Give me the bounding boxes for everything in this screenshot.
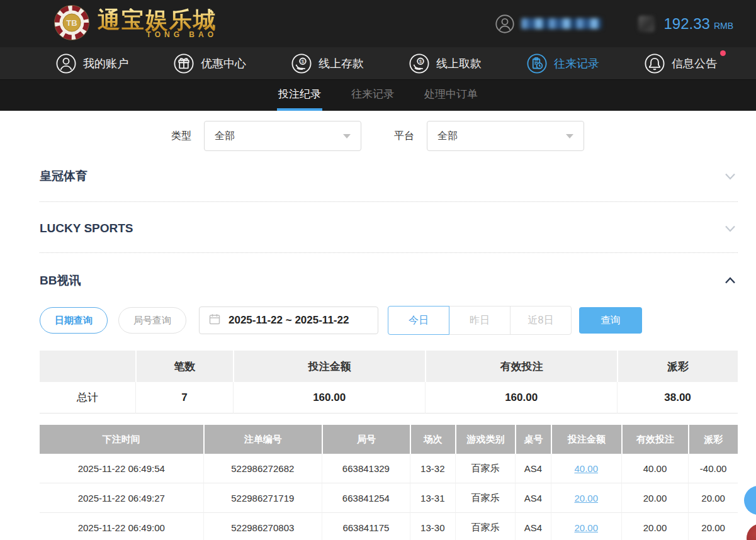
bell-icon [644, 53, 665, 74]
section-title: 皇冠体育 [40, 168, 87, 184]
platform-filter-label: 平台 [394, 130, 414, 143]
chevron-down-icon [566, 134, 573, 138]
header-game-type: 游戏类别 [455, 425, 515, 454]
nav-my-account[interactable]: 我的账户 [55, 53, 128, 74]
top-header: TB 通宝娱乐城 TONG BAO 192.33 RMB [0, 0, 756, 47]
cell-bet-time: 2025-11-22 06:49:27 [40, 483, 203, 513]
site-logo[interactable]: TB 通宝娱乐城 TONG BAO [54, 4, 217, 43]
bet-records-table: 下注时间 注单编号 局号 场次 游戏类别 桌号 投注金额 有效投注 派彩 202… [40, 425, 738, 540]
bet-amount-link[interactable]: 40.00 [574, 463, 598, 474]
chevron-down-icon[interactable] [723, 169, 738, 184]
summary-header-row: 笔数 投注金额 有效投注 派彩 [40, 351, 738, 382]
table-row: 2025-11-22 06:49:00 522986270803 6638411… [40, 513, 738, 540]
table-row: 2025-11-22 06:49:54 522986272682 6638413… [40, 454, 738, 483]
cell-table-id: AS4 [515, 454, 551, 483]
type-filter-label: 类型 [171, 130, 191, 143]
last-8-days-button[interactable]: 近8日 [510, 306, 572, 335]
cell-payout: 20.00 [688, 513, 738, 540]
cell-table-id: AS4 [515, 513, 551, 540]
tab-bet-records[interactable]: 投注纪录 [277, 80, 322, 111]
nav-label: 我的账户 [83, 56, 128, 71]
section-crown-sports[interactable]: 皇冠体育 [40, 168, 738, 202]
date-query-toggle[interactable]: 日期查询 [40, 307, 108, 334]
tab-transactions[interactable]: 往来记录 [350, 80, 395, 111]
nav-label: 线上取款 [436, 56, 482, 71]
notification-dot [720, 50, 726, 56]
section-title: LUCKY SPORTS [40, 222, 133, 235]
nav-label: 往来记录 [554, 56, 599, 71]
today-button[interactable]: 今日 [388, 306, 449, 335]
cell-session: 13-30 [410, 513, 455, 540]
cell-payout: 20.00 [688, 483, 738, 513]
summary-total-row: 总计 7 160.00 160.00 38.00 [40, 382, 738, 413]
platform-filter-select[interactable]: 全部 [427, 121, 584, 151]
cell-order-id: 522986270803 [203, 513, 322, 540]
nav-withdraw[interactable]: $ 线上取款 [409, 53, 482, 74]
bet-amount-link[interactable]: 20.00 [574, 522, 598, 533]
account-icon [55, 53, 77, 74]
user-avatar-icon[interactable] [495, 14, 515, 34]
date-range-value: 2025-11-22 ~ 2025-11-22 [228, 314, 349, 327]
header-round-id: 局号 [322, 425, 410, 454]
header-order-id: 注单编号 [203, 425, 322, 454]
cell-round-id: 663841254 [322, 483, 410, 513]
summary-total-label: 总计 [40, 382, 135, 413]
nav-label: 信息公告 [672, 56, 717, 71]
yesterday-button[interactable]: 昨日 [449, 306, 511, 335]
cell-game-type: 百家乐 [455, 513, 515, 540]
cell-session: 13-31 [410, 483, 455, 513]
summary-bet-amount: 160.00 [233, 382, 425, 413]
section-bb-video[interactable]: BB视讯 [40, 273, 738, 289]
summary-header-payout: 派彩 [617, 351, 738, 382]
cell-game-type: 百家乐 [455, 454, 515, 483]
chevron-down-icon[interactable] [723, 221, 738, 236]
wallet-icon-redacted [638, 16, 655, 32]
summary-valid-bet: 160.00 [425, 382, 617, 413]
cell-valid-bet: 20.00 [621, 483, 688, 513]
search-button[interactable]: 查询 [579, 307, 642, 334]
summary-count: 7 [135, 382, 233, 413]
quick-range-group: 今日 昨日 近8日 [388, 306, 572, 335]
section-title: BB视讯 [40, 273, 81, 289]
records-tabbar: 投注纪录 往来记录 处理中订单 [0, 80, 756, 111]
header-bet-amount: 投注金额 [551, 425, 621, 454]
round-query-toggle[interactable]: 局号查询 [118, 307, 186, 334]
summary-header-blank [40, 351, 135, 382]
site-subtitle: TONG BAO [98, 30, 217, 39]
nav-promotions[interactable]: 优惠中心 [173, 53, 246, 74]
records-icon [526, 53, 548, 74]
summary-header-count: 笔数 [135, 351, 233, 382]
date-range-picker[interactable]: 2025-11-22 ~ 2025-11-22 [199, 307, 378, 334]
bet-amount-link[interactable]: 20.00 [574, 493, 598, 503]
nav-label: 优惠中心 [201, 56, 246, 71]
header-session: 场次 [410, 425, 455, 454]
filter-row: 类型 全部 平台 全部 [171, 121, 738, 151]
header-bet-time: 下注时间 [40, 425, 203, 454]
tab-pending-orders[interactable]: 处理中订单 [423, 80, 479, 111]
gift-icon [173, 53, 195, 74]
type-filter-value: 全部 [215, 130, 235, 143]
nav-announcements[interactable]: 信息公告 [644, 53, 717, 74]
summary-table: 笔数 投注金额 有效投注 派彩 总计 7 160.00 160.00 38.00 [40, 351, 738, 413]
username-redacted [521, 18, 602, 29]
nav-deposit[interactable]: $ 线上存款 [291, 53, 364, 74]
balance-amount[interactable]: 192.33 [663, 15, 709, 33]
svg-text:$: $ [419, 59, 422, 64]
cell-table-id: AS4 [515, 483, 551, 513]
type-filter-select[interactable]: 全部 [204, 121, 361, 151]
cell-round-id: 663841175 [322, 513, 410, 540]
chevron-up-icon[interactable] [723, 273, 738, 288]
cell-valid-bet: 20.00 [621, 513, 688, 540]
nav-transaction-records[interactable]: 往来记录 [526, 53, 599, 74]
cell-order-id: 522986271719 [203, 483, 322, 513]
header-table-id: 桌号 [515, 425, 551, 454]
cell-bet-time: 2025-11-22 06:49:00 [40, 513, 203, 540]
balance-currency: RMB [714, 17, 733, 31]
main-nav: 我的账户 优惠中心 $ 线上存款 [0, 47, 756, 80]
cell-payout: -40.00 [688, 454, 738, 483]
calendar-icon [208, 313, 221, 329]
section-lucky-sports[interactable]: LUCKY SPORTS [40, 221, 738, 253]
query-controls: 日期查询 局号查询 2025-11-22 ~ 2025-11-22 今日 昨日 … [40, 306, 738, 335]
summary-header-valid-bet: 有效投注 [425, 351, 617, 382]
cell-order-id: 522986272682 [203, 454, 322, 483]
